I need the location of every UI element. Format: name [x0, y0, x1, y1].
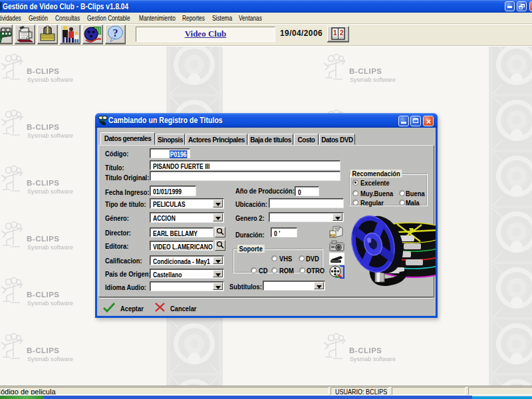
svg-text:?: ? [113, 27, 118, 39]
svg-text:1: 1 [333, 29, 337, 37]
svg-text:JPG: JPG [331, 234, 337, 237]
svg-text:2: 2 [340, 29, 344, 37]
